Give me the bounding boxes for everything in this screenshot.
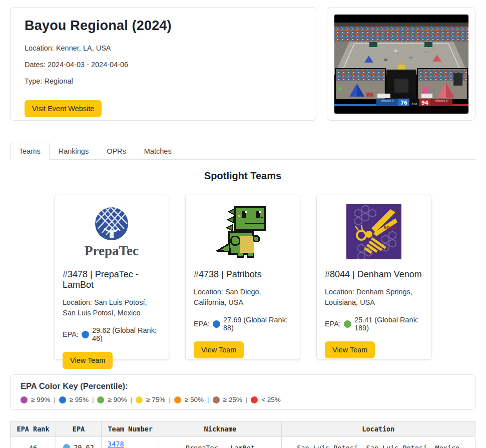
key-dot-green [97,396,104,403]
denham-logo-text: 8044 [383,225,396,230]
epa-label: EPA: [63,330,79,338]
table-header-row: EPA Rank EPA Team Number Nickname Locati… [11,421,475,437]
epa-color-key-entries: ≥ 99% | ≥ 95% | ≥ 90% | ≥ 75% | ≥ 50% | … [21,396,465,403]
team-epa-line: EPA: 29.62 (Global Rank: 46) [63,326,161,342]
prepatec-logo-icon: PrepaTec [74,204,149,260]
red-alliance-label: Alliance 1 [435,99,447,102]
tab-teams[interactable]: Teams [10,143,50,160]
blue-score: 76 [400,100,407,106]
epa-label: EPA: [325,320,341,328]
epa-rankings-table: EPA Rank EPA Team Number Nickname Locati… [10,421,475,448]
epa-value: 27.69 (Global Rank: 88) [223,316,292,332]
team-location: Location: Denham Springs, Louisiana, USA [325,287,423,308]
event-dates: Dates: 2024-04-03 - 2024-04-06 [25,61,302,69]
key-dot-brown [213,396,220,403]
team-title: #8044 | Denham Venom [325,269,423,280]
epa-value: 29.62 (Global Rank: 46) [92,326,161,342]
team-logo-4738 [194,203,292,261]
epa-label: EPA: [194,320,210,328]
key-separator: | [246,396,248,403]
key-separator: | [131,396,133,403]
event-location: Location: Kenner, LA, USA [25,44,302,52]
col-header-team-number: Team Number [102,421,159,437]
event-info-card: Bayou Regional (2024) Location: Kenner, … [10,7,316,121]
cell-team-number: 3478 [102,437,159,448]
match-timer: 0:00 [411,103,417,106]
match-video-illustration: Alliance 3 76 0:00 94 Alliance 1 [334,15,468,114]
denham-venom-hornet-icon: 8044 [346,204,401,259]
key-dot-purple [21,396,28,403]
spotlight-cards-row: PrepaTec #3478 | PrepaTec - LamBot Locat… [10,195,475,360]
epa-value: 25.41 (Global Rank: 189) [354,316,423,332]
key-dot-blue [59,396,66,403]
team-location: Location: San Luis Potosí, San Luis Poto… [63,297,161,318]
team-number-link[interactable]: 3478 [108,440,124,448]
team-logo-3478: PrepaTec [63,203,161,261]
key-dot-orange [174,396,181,403]
epa-color-key-card: EPA Color Key (Percentile): ≥ 99% | ≥ 95… [10,374,475,410]
tab-rankings[interactable]: Rankings [50,143,98,160]
top-row: Bayou Regional (2024) Location: Kenner, … [10,7,475,121]
cell-nickname: PrepaTec - LamBot [159,437,281,448]
cell-epa-rank: 46 [11,437,56,448]
tab-oprs[interactable]: OPRs [98,143,135,160]
spotlight-teams-heading: Spotlight Teams [10,170,475,182]
event-type: Type: Regional [25,77,302,85]
key-separator: | [207,396,209,403]
key-separator: | [169,396,171,403]
cell-epa: 29.62 [56,437,102,448]
col-header-epa: EPA [56,421,102,437]
key-separator: | [92,396,94,403]
epa-color-dot [82,331,89,338]
tab-matches[interactable]: Matches [135,143,181,160]
key-label: ≥ 75% [146,396,165,403]
epa-color-key-heading: EPA Color Key (Percentile): [21,381,465,391]
key-label: ≥ 95% [70,396,89,403]
epa-color-dot [344,320,351,328]
team-title: #3478 | PrepaTec - LamBot [63,269,161,290]
key-label: ≥ 25% [223,396,242,403]
team-epa-line: EPA: 27.69 (Global Rank: 88) [194,316,292,332]
match-video-thumbnail[interactable]: Alliance 3 76 0:00 94 Alliance 1 [334,15,468,114]
patribots-dino-icon [215,204,270,260]
epa-value: 29.62 [74,443,94,448]
key-dot-yellow [136,396,143,403]
team-card-3478: PrepaTec #3478 | PrepaTec - LamBot Locat… [54,195,169,360]
view-team-button-3478[interactable]: View Team [63,352,113,369]
team-location: Location: San Diego, California, USA [194,287,292,308]
epa-color-dot [63,444,70,448]
key-separator: | [54,396,56,403]
team-card-4738: #4738 | Patribots Location: San Diego, C… [185,195,300,360]
team-epa-line: EPA: 25.41 (Global Rank: 189) [325,316,423,332]
event-page: Bayou Regional (2024) Location: Kenner, … [0,0,486,448]
key-label: ≥ 90% [108,396,127,403]
view-team-button-8044[interactable]: View Team [325,341,375,358]
cell-location: San Luis Potosí, San Luis Potosí, Mexico [281,437,475,448]
team-title: #4738 | Patribots [194,269,292,280]
tab-bar: Teams Rankings OPRs Matches [10,143,475,160]
visit-event-website-button[interactable]: Visit Event Website [25,100,102,117]
epa-color-dot [213,320,220,328]
page-title: Bayou Regional (2024) [25,18,302,34]
table-row: 46 29.62 3478 PrepaTec - LamBot San Luis… [11,437,475,448]
col-header-nickname: Nickname [159,421,281,437]
key-label: ≥ 50% [185,396,204,403]
key-label: < 25% [261,396,281,403]
key-label: ≥ 99% [31,396,50,403]
blue-alliance-label: Alliance 3 [381,99,393,102]
team-logo-8044: 8044 [325,203,423,261]
col-header-location: Location [281,421,475,437]
team-card-8044: 8044 #8044 | Denham Venom Location: Denh… [316,195,431,360]
view-team-button-4738[interactable]: View Team [194,341,244,358]
video-card: Alliance 3 76 0:00 94 Alliance 1 [327,7,475,121]
red-score: 94 [421,100,428,106]
col-header-epa-rank: EPA Rank [11,421,56,437]
prepatec-logo-text: PrepaTec [85,243,139,258]
key-dot-red [251,396,258,403]
